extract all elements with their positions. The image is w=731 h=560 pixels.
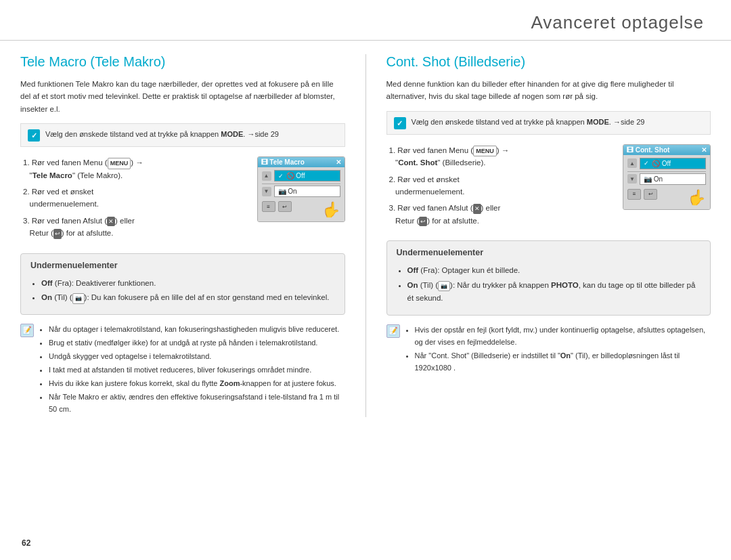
return-badge-l: ↩ — [53, 229, 62, 238]
left-cam-row-on: ▼ 📷 On — [262, 186, 340, 197]
left-section-title: Tele Macro (Tele Makro) — [20, 54, 345, 70]
left-column: Tele Macro (Tele Makro) Med funktionen T… — [20, 54, 345, 417]
right-submenu-list: Off (Fra): Optager kun ét billede. On (T… — [397, 264, 701, 305]
right-note-icon: ✓ — [394, 117, 406, 129]
right-cam-title: 🎞 Cont. Shot — [627, 146, 669, 154]
right-cam-off-item[interactable]: ✓ 🚫 Off — [640, 158, 706, 169]
right-step-3: 3. Rør ved fanen Afslut (✕) eller Retur … — [386, 202, 615, 227]
right-hand-icon: 👆 — [688, 189, 706, 207]
right-cam-menu-btn[interactable]: ≡ — [627, 189, 641, 200]
content-area: Tele Macro (Tele Makro) Med funktionen T… — [0, 41, 731, 431]
right-info-list: Hvis der opstår en fejl (kort fyldt, mv.… — [405, 324, 711, 376]
left-submenu-title: Undermenuelementer — [30, 261, 335, 272]
right-step-2: 2. Rør ved et ønsket undermenuelement. — [386, 173, 615, 198]
right-submenu-title: Undermenuelementer — [397, 248, 701, 259]
left-on-label: 📷 On — [278, 188, 297, 195]
left-hand-icon: 👆 — [322, 201, 340, 219]
right-submenu-box: Undermenuelementer Off (Fra): Optager ku… — [386, 240, 711, 316]
left-intro: Med funktionen Tele Makro kan du tage næ… — [20, 78, 345, 115]
column-divider — [366, 54, 366, 417]
left-cam-titlebar: 🎞 Tele Macro ✕ — [258, 157, 345, 167]
left-info-icon: 📝 — [20, 324, 34, 337]
left-off-term: Off — [41, 279, 53, 287]
right-cam-body: ▲ ✓ 🚫 Off ▼ 📷 On — [623, 155, 710, 209]
left-off-label: 🚫 Off — [286, 172, 305, 179]
left-cam-on-item[interactable]: 📷 On — [274, 186, 340, 197]
right-off-label: 🚫 Off — [652, 160, 671, 167]
right-cam-divider — [627, 171, 706, 172]
right-note-box: ✓ Vælg den ønskede tilstand ved at trykk… — [386, 111, 711, 135]
right-cam-back-btn[interactable]: ↩ — [644, 189, 657, 200]
left-info-6: Når Tele Makro er aktiv, ændres den effe… — [49, 391, 345, 415]
left-submenu-list: Off (Fra): Deaktiverer funktionen. On (T… — [30, 277, 335, 305]
right-section-title: Cont. Shot (Billedserie) — [386, 54, 711, 70]
close-badge-r: ✕ — [473, 204, 481, 213]
right-step-1: 1. Rør ved fanen Menu (MENU) → "Cont. Sh… — [386, 144, 615, 169]
left-cam-off-item[interactable]: ✓ 🚫 Off — [274, 170, 340, 181]
left-cam-divider — [262, 184, 340, 184]
left-step-2: 2. Rør ved et ønsket undermenuelement. — [20, 186, 249, 211]
left-step-1: 1. Rør ved fanen Menu (MENU) → "Tele Mac… — [20, 156, 249, 181]
right-info-icon: 📝 — [386, 324, 400, 338]
left-submenu-box: Undermenuelementer Off (Fra): Deaktivere… — [20, 253, 345, 315]
left-cam-title: 🎞 Tele Macro — [261, 158, 305, 166]
left-steps: 1. Rør ved fanen Menu (MENU) → "Tele Mac… — [20, 156, 249, 243]
page-number: 62 — [22, 538, 30, 548]
left-info-box: 📝 Når du optager i telemakrotilstand, ka… — [20, 323, 345, 417]
menu-badge-r1: MENU — [473, 146, 497, 156]
left-steps-area: 1. Rør ved fanen Menu (MENU) → "Tele Mac… — [20, 156, 345, 243]
right-cam-up-arrow[interactable]: ▲ — [627, 158, 637, 168]
right-off-term: Off — [407, 266, 419, 274]
left-cam-close: ✕ — [336, 158, 341, 166]
left-info-list: Når du optager i telemakrotilstand, kan … — [39, 323, 345, 417]
right-submenu-item-1: Off (Fra): Optager kun ét billede. — [407, 264, 701, 278]
left-info-2: Brug et stativ (medfølger ikke) for at u… — [49, 337, 345, 349]
right-info-2: Når "Cont. Shot" (Billedserie) er indsti… — [415, 349, 711, 374]
right-info-box: 📝 Hvis der opstår en fejl (kort fyldt, m… — [386, 324, 711, 376]
right-cam-row-up: ▲ ✓ 🚫 Off — [627, 158, 706, 169]
right-cam-titlebar: 🎞 Cont. Shot ✕ — [623, 145, 710, 155]
left-note-text: Vælg den ønskede tilstand ved at trykke … — [45, 129, 279, 140]
close-badge-l: ✕ — [107, 217, 115, 226]
right-info-1: Hvis der opstår en fejl (kort fyldt, mv.… — [415, 324, 711, 348]
right-cam-row-on: ▼ 📷 On — [627, 173, 706, 185]
page-header: Avanceret optagelse — [0, 0, 731, 41]
left-note-box: ✓ Vælg den ønskede tilstand ved at trykk… — [20, 123, 345, 147]
right-on-label: 📷 On — [644, 175, 663, 183]
left-note-icon: ✓ — [28, 129, 40, 142]
left-info-1: Når du optager i telemakrotilstand, kan … — [49, 323, 345, 335]
right-on-term: On — [407, 281, 418, 289]
left-info-4: I takt med at afstanden til motivet redu… — [49, 364, 345, 376]
left-info-3: Undgå skygger ved optagelse i telemakrot… — [49, 350, 345, 362]
left-cam-up-arrow[interactable]: ▲ — [262, 171, 271, 181]
menu-badge-l1: MENU — [108, 158, 131, 169]
page-container: Avanceret optagelse Tele Macro (Tele Mak… — [0, 0, 731, 431]
right-off-icon: ✓ — [644, 160, 649, 167]
right-intro: Med denne funktion kan du billeder efter… — [386, 78, 711, 103]
right-note-text: Vælg den ønskede tilstand ved at trykke … — [412, 116, 645, 128]
right-cam-close: ✕ — [701, 146, 707, 154]
page-title: Avanceret optagelse — [27, 12, 704, 33]
right-cam-on-item[interactable]: 📷 On — [640, 173, 706, 185]
return-badge-r: ↩ — [419, 217, 427, 226]
left-on-term: On — [41, 293, 52, 301]
left-step-3: 3. Rør ved fanen Afslut (✕) eller Retur … — [20, 215, 249, 240]
left-camera-ui: 🎞 Tele Macro ✕ ▲ ✓ 🚫 Off — [257, 156, 345, 222]
left-cam-row-up: ▲ ✓ 🚫 Off — [262, 170, 340, 181]
left-cam-down-arrow[interactable]: ▼ — [262, 187, 271, 196]
left-submenu-item-2: On (Til) (📷): Du kan fokusere på en lill… — [41, 291, 335, 305]
right-cam-down-arrow[interactable]: ▼ — [627, 174, 637, 184]
right-steps: 1. Rør ved fanen Menu (MENU) → "Cont. Sh… — [386, 144, 615, 231]
left-info-5: Hvis du ikke kan justere fokus korrekt, … — [49, 377, 345, 389]
left-cam-menu-btn[interactable]: ≡ — [262, 201, 275, 212]
left-submenu-item-1: Off (Fra): Deaktiverer funktionen. — [41, 277, 335, 290]
tele-badge: 📷 — [72, 293, 85, 304]
left-cam-back-btn[interactable]: ↩ — [278, 201, 292, 212]
right-steps-area: 1. Rør ved fanen Menu (MENU) → "Cont. Sh… — [386, 144, 711, 231]
right-column: Cont. Shot (Billedserie) Med denne funkt… — [386, 54, 711, 417]
left-off-icon: ✓ — [278, 173, 284, 179]
cont-badge: 📷 — [438, 281, 450, 292]
right-submenu-item-2: On (Til) (📷): Når du trykker på knappen … — [407, 279, 701, 305]
left-cam-body: ▲ ✓ 🚫 Off ▼ 📷 On — [258, 167, 345, 221]
right-camera-ui: 🎞 Cont. Shot ✕ ▲ ✓ 🚫 Off — [623, 144, 711, 210]
